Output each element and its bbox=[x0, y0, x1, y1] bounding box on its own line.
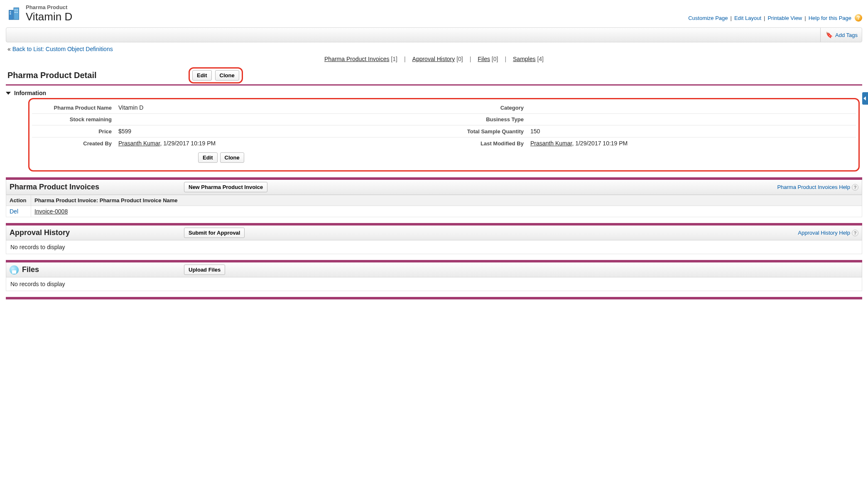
information-label: Information bbox=[14, 90, 46, 96]
modified-by-timestamp: , 1/29/2017 10:19 PM bbox=[572, 140, 628, 147]
clone-button-bottom[interactable]: Clone bbox=[220, 152, 244, 163]
created-by-user-link[interactable]: Prasanth Kumar bbox=[118, 140, 160, 147]
field-label-created-by: Created By bbox=[32, 137, 115, 150]
field-label-total-sample-qty: Total Sample Quantity bbox=[444, 125, 527, 137]
table-row: Del Invoice-0008 bbox=[6, 206, 862, 217]
field-value-name: Vitamin D bbox=[115, 102, 444, 114]
nav-files-count: [0] bbox=[492, 56, 498, 62]
separator: | bbox=[763, 15, 766, 21]
header-action-links: Customize Page | Edit Layout | Printable… bbox=[688, 14, 862, 22]
files-title-wrap: Files bbox=[10, 265, 184, 275]
invoices-band: Pharma Product Invoices New Pharma Produ… bbox=[6, 180, 862, 195]
edit-layout-link[interactable]: Edit Layout bbox=[734, 15, 761, 21]
approval-empty-message: No records to display bbox=[6, 240, 862, 254]
svg-rect-1 bbox=[14, 7, 19, 20]
upload-files-button[interactable]: Upload Files bbox=[184, 265, 225, 275]
related-approval: Approval History Submit for Approval App… bbox=[6, 223, 862, 254]
svg-rect-5 bbox=[17, 9, 18, 10]
nav-samples-count: [4] bbox=[537, 56, 544, 62]
printable-view-link[interactable]: Printable View bbox=[767, 15, 802, 21]
nav-approval-count: [0] bbox=[456, 56, 463, 62]
help-icon[interactable]: ? bbox=[855, 14, 862, 22]
files-icon bbox=[10, 265, 19, 275]
files-band: Files Upload Files bbox=[6, 262, 862, 277]
related-list-nav: Pharma Product Invoices [1] | Approval H… bbox=[6, 56, 862, 62]
field-value-created-by: Prasanth Kumar, 1/29/2017 10:19 PM bbox=[115, 137, 444, 150]
field-value-price: $599 bbox=[115, 125, 444, 137]
field-label-business-type: Business Type bbox=[444, 114, 527, 125]
invoices-col-action: Action bbox=[6, 195, 31, 206]
field-value-total-sample-qty: 150 bbox=[527, 125, 856, 137]
field-label-name: Pharma Product Name bbox=[32, 102, 115, 114]
related-invoices: Pharma Product Invoices New Pharma Produ… bbox=[6, 177, 862, 217]
information-block-highlight: Pharma Product Name Vitamin D Category S… bbox=[28, 98, 860, 172]
modified-by-user-link[interactable]: Prasanth Kumar bbox=[530, 140, 572, 147]
back-link-row: « Back to List: Custom Object Definition… bbox=[7, 46, 861, 52]
approval-help-label: Approval History Help bbox=[798, 230, 850, 236]
back-chevron: « bbox=[7, 46, 11, 52]
files-title: Files bbox=[22, 265, 39, 274]
header-titles: Pharma Product Vitamin D bbox=[26, 4, 72, 23]
invoice-delete-link[interactable]: Del bbox=[10, 208, 18, 215]
customize-page-link[interactable]: Customize Page bbox=[688, 15, 728, 21]
tag-toolbar: 🔖 Add Tags bbox=[6, 27, 862, 42]
separator: | bbox=[402, 56, 408, 62]
information-section-header[interactable]: Information bbox=[6, 89, 862, 97]
pharma-product-icon bbox=[6, 5, 22, 22]
submit-for-approval-button[interactable]: Submit for Approval bbox=[184, 228, 245, 238]
field-value-business-type bbox=[527, 114, 856, 125]
invoice-name-link[interactable]: Invoice-0008 bbox=[34, 208, 68, 215]
page-header: Pharma Product Vitamin D Customize Page … bbox=[6, 4, 862, 23]
approval-title: Approval History bbox=[10, 228, 184, 237]
invoices-title: Pharma Product Invoices bbox=[10, 183, 184, 191]
edit-button[interactable]: Edit bbox=[192, 70, 212, 81]
svg-rect-4 bbox=[15, 9, 16, 10]
svg-rect-0 bbox=[9, 10, 13, 20]
invoices-table: Action Pharma Product Invoice: Pharma Pr… bbox=[6, 195, 862, 217]
field-value-category bbox=[527, 102, 856, 114]
clone-button[interactable]: Clone bbox=[215, 70, 239, 81]
new-invoice-button[interactable]: New Pharma Product Invoice bbox=[184, 182, 267, 192]
section-top-rule bbox=[6, 84, 862, 86]
svg-rect-7 bbox=[17, 12, 18, 13]
separator: | bbox=[804, 15, 807, 21]
field-label-modified-by: Last Modified By bbox=[444, 137, 527, 150]
object-label: Pharma Product bbox=[26, 4, 72, 10]
nav-files-link[interactable]: Files bbox=[478, 56, 490, 62]
svg-rect-3 bbox=[10, 13, 11, 15]
nav-invoices-count: [1] bbox=[391, 56, 397, 62]
help-icon-small: ? bbox=[852, 230, 858, 236]
bottom-button-row: Edit Clone bbox=[198, 152, 856, 163]
top-button-highlight: Edit Clone bbox=[189, 67, 243, 83]
field-value-modified-by: Prasanth Kumar, 1/29/2017 10:19 PM bbox=[527, 137, 856, 150]
edit-button-bottom[interactable]: Edit bbox=[198, 152, 218, 163]
invoices-help-link[interactable]: Pharma Product Invoices Help ? bbox=[777, 184, 858, 191]
separator: | bbox=[730, 15, 733, 21]
approval-band: Approval History Submit for Approval App… bbox=[6, 225, 862, 240]
field-value-stock bbox=[115, 114, 444, 125]
add-tags-link[interactable]: 🔖 Add Tags bbox=[820, 28, 858, 42]
separator: | bbox=[467, 56, 474, 62]
help-page-link[interactable]: Help for this Page bbox=[809, 15, 851, 21]
approval-help-link[interactable]: Approval History Help ? bbox=[798, 230, 858, 236]
help-icon-small: ? bbox=[852, 184, 858, 191]
separator: | bbox=[502, 56, 509, 62]
sidebar-expand-handle[interactable] bbox=[862, 92, 868, 105]
nav-approval-link[interactable]: Approval History bbox=[412, 56, 455, 62]
add-tags-label: Add Tags bbox=[835, 32, 858, 38]
bottom-rule bbox=[6, 297, 862, 299]
header-left: Pharma Product Vitamin D bbox=[6, 4, 72, 23]
tag-icon: 🔖 bbox=[826, 32, 833, 38]
svg-rect-2 bbox=[10, 11, 11, 12]
files-empty-message: No records to display bbox=[6, 277, 862, 291]
detail-field-grid: Pharma Product Name Vitamin D Category S… bbox=[32, 102, 856, 149]
field-label-category: Category bbox=[444, 102, 527, 114]
nav-samples-link[interactable]: Samples bbox=[513, 56, 535, 62]
field-label-stock: Stock remaining bbox=[32, 114, 115, 125]
back-to-list-link[interactable]: Back to List: Custom Object Definitions bbox=[12, 46, 113, 52]
field-label-price: Price bbox=[32, 125, 115, 137]
detail-header: Pharma Product Detail Edit Clone bbox=[6, 67, 862, 83]
invoices-col-name: Pharma Product Invoice: Pharma Product I… bbox=[31, 195, 862, 206]
detail-section-title: Pharma Product Detail bbox=[6, 68, 189, 83]
nav-invoices-link[interactable]: Pharma Product Invoices bbox=[324, 56, 389, 62]
